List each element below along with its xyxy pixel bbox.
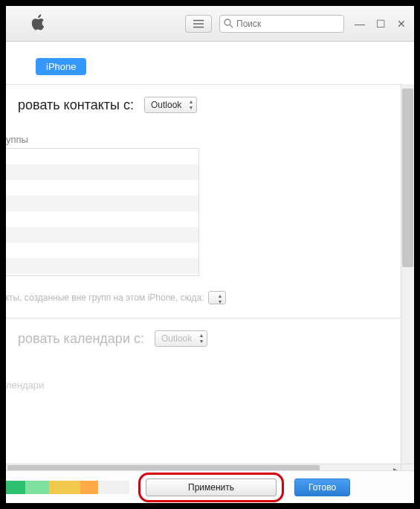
content-area: ровать контакты с: Outlook ▴▾ уппы нтакт… [6,84,414,477]
close-button[interactable]: ✕ [396,18,407,30]
apply-highlight: Применить [146,478,277,496]
select-value: Outlook [151,100,181,110]
list-icon [193,19,204,28]
window-controls: — ☐ ✕ [355,18,407,30]
list-item [6,180,198,196]
list-item [6,258,198,274]
svg-point-0 [224,19,230,25]
storage-seg [80,481,98,494]
storage-usage-bar [6,481,129,494]
list-view-button[interactable] [185,15,212,33]
scroll-content: ровать контакты с: Outlook ▴▾ уппы нтакт… [6,84,401,477]
sync-calendars-row: ровать календари с: Outlook ▴▾ [6,318,401,350]
itunes-window: — ☐ ✕ iPhone ровать контакты с: Outlook … [6,6,414,503]
search-icon [224,19,233,28]
outside-groups-note: нтакты, созданные вне групп на этом iPho… [6,276,401,318]
updown-icon: ▴▾ [219,293,222,305]
search-field-wrap [219,15,344,33]
footer-bar: Применить Готово [6,470,414,503]
calendars-sub-label: лендари [6,380,401,391]
storage-seg [6,481,25,494]
search-input[interactable] [219,15,344,33]
list-item [6,211,198,227]
device-tabs: iPhone [6,42,414,84]
apple-logo-icon [31,13,46,34]
outside-groups-select[interactable]: ▴▾ [208,291,226,304]
calendars-source-select[interactable]: Outlook ▴▾ [155,330,207,347]
contacts-source-select[interactable]: Outlook ▴▾ [144,97,197,113]
outside-groups-text: нтакты, созданные вне групп на этом iPho… [6,292,204,303]
groups-label: уппы [6,134,401,145]
scrollbar-thumb[interactable] [402,89,413,267]
maximize-button[interactable]: ☐ [375,18,386,30]
select-value: Outlook [161,333,192,344]
updown-icon: ▴▾ [190,99,193,111]
minimize-button[interactable]: — [355,18,365,30]
done-button[interactable]: Готово [294,478,350,496]
updown-icon: ▴▾ [200,333,203,345]
list-item [6,243,198,258]
groups-listbox[interactable] [6,148,199,276]
list-item [6,149,198,164]
list-item [6,196,198,211]
sync-contacts-row: ровать контакты с: Outlook ▴▾ [6,84,401,116]
list-item [6,164,198,180]
storage-seg [25,481,49,494]
apply-button[interactable]: Применить [146,478,277,496]
storage-seg [49,481,80,494]
vertical-scrollbar[interactable] [401,84,414,464]
tab-iphone[interactable]: iPhone [36,58,86,75]
titlebar: — ☐ ✕ [6,6,414,42]
sync-calendars-label: ровать календари с: [18,331,144,347]
list-item [6,227,198,243]
storage-seg [98,481,129,494]
sync-contacts-label: ровать контакты с: [18,97,134,113]
svg-line-1 [230,25,233,28]
